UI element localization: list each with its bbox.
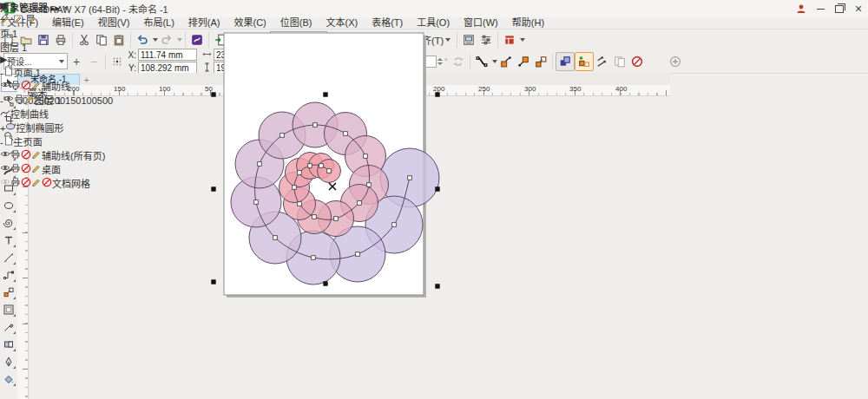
path-node[interactable] xyxy=(364,154,368,159)
selection-handle[interactable] xyxy=(211,186,215,191)
tree-label[interactable]: 文档网格 xyxy=(52,179,90,189)
path-node[interactable] xyxy=(408,176,412,180)
interactive-fill-tool[interactable] xyxy=(1,370,16,387)
curve-icon xyxy=(0,109,10,120)
printer-icon[interactable] xyxy=(14,95,24,106)
path-node[interactable] xyxy=(327,169,332,173)
tree-row-object[interactable]: +控制椭圆形 xyxy=(0,121,105,134)
selection-handle[interactable] xyxy=(435,186,439,191)
coreldraw-window: CorelDRAW X7 (64-Bit) - 未命名 -1 × 文件(F)编辑… xyxy=(0,0,868,399)
tree-row-layer[interactable]: -图层 1 xyxy=(0,93,105,107)
tree-label[interactable]: 控制曲线 xyxy=(10,109,49,120)
tree-row-layer[interactable]: 桌面 xyxy=(0,162,105,176)
minimize-button[interactable] xyxy=(811,2,830,16)
visibility-eye-icon[interactable] xyxy=(3,95,14,106)
tree-label[interactable]: 辅助线(所有页) xyxy=(42,151,105,161)
tree-row-layer[interactable]: 辅助线 xyxy=(0,79,105,93)
palette-flyout-icon[interactable]: ▶ xyxy=(0,0,11,11)
edit-pen-blocked-icon[interactable] xyxy=(31,179,52,189)
tree-row-page[interactable]: -页面 1 xyxy=(0,65,105,79)
tree-row-layer[interactable]: 辅助线(所有页) xyxy=(0,148,105,162)
page-icon xyxy=(3,68,14,78)
customize-plus-button[interactable] xyxy=(667,53,684,70)
edit-pen-icon[interactable] xyxy=(31,151,42,161)
path-node[interactable] xyxy=(254,200,259,205)
tree-label[interactable]: 图层 1 xyxy=(35,95,62,106)
selection-handle[interactable] xyxy=(211,279,215,284)
path-node[interactable] xyxy=(280,134,285,138)
path-node[interactable] xyxy=(334,217,339,221)
path-node[interactable] xyxy=(312,215,317,219)
restore-button[interactable] xyxy=(830,2,849,16)
selection-handle[interactable] xyxy=(435,92,439,96)
color-eyedropper-tool[interactable] xyxy=(1,318,16,335)
transparency-tool[interactable] xyxy=(1,336,16,352)
selection-handle[interactable] xyxy=(211,92,215,96)
path-node[interactable] xyxy=(273,236,278,240)
palette-scroll-up-icon[interactable]: ▲▲ xyxy=(0,22,11,32)
close-button[interactable]: × xyxy=(849,2,868,16)
printer-blocked-icon[interactable] xyxy=(10,179,31,189)
layer-flyout-icon[interactable]: ▶ xyxy=(0,54,7,64)
selection-handle[interactable] xyxy=(323,92,327,96)
palette-eyedropper-icon[interactable] xyxy=(0,11,11,22)
tree-row-page[interactable]: -主页面 xyxy=(0,134,105,148)
visibility-eye-icon[interactable] xyxy=(0,82,10,92)
current-layer-label: 图层 1 xyxy=(0,40,105,54)
tree-label[interactable]: 桌面 xyxy=(42,165,61,175)
path-node[interactable] xyxy=(298,171,302,175)
current-page-label: 页 1 xyxy=(0,26,105,40)
tree-row-object[interactable]: 控制曲线 xyxy=(0,107,105,121)
tree-label[interactable]: 主页面 xyxy=(14,137,43,147)
object-tree: -页面 1辅助线-图层 1控制曲线+控制椭圆形-主页面辅助线(所有页)桌面文档网… xyxy=(0,65,105,190)
visibility-eye-icon[interactable] xyxy=(0,179,10,189)
path-node[interactable] xyxy=(392,223,397,227)
edit-pen-icon[interactable] xyxy=(31,82,42,92)
visibility-eye-icon[interactable] xyxy=(0,151,10,161)
path-node[interactable] xyxy=(319,164,324,168)
path-node[interactable] xyxy=(258,162,262,167)
outline-pen-tool[interactable] xyxy=(1,353,16,370)
docker-collapse-icon[interactable]: ▸▸ xyxy=(50,3,60,13)
path-node[interactable] xyxy=(367,183,372,187)
path-node[interactable] xyxy=(293,186,297,190)
sign-in-icon[interactable] xyxy=(792,2,811,16)
page-icon xyxy=(3,137,14,147)
printer-blocked-icon[interactable] xyxy=(10,82,31,92)
visibility-eye-icon[interactable] xyxy=(0,165,10,175)
selection-handle[interactable] xyxy=(435,284,439,288)
path-node[interactable] xyxy=(313,123,318,128)
current-page-layer: 页 1 图层 1 xyxy=(0,26,105,54)
path-node[interactable] xyxy=(356,252,360,257)
path-node[interactable] xyxy=(358,201,362,206)
docker-close-icon[interactable]: × xyxy=(62,3,68,13)
object-manager-docker: 对象管理器 ▸▸ × 页 1 图层 1 ▶ -页面 1辅助线-图层 1控制曲线+… xyxy=(0,0,105,190)
path-node[interactable] xyxy=(298,202,302,206)
color-palette: ▶ ▲▲ xyxy=(0,0,11,32)
path-node[interactable] xyxy=(312,256,316,260)
selection-handle[interactable] xyxy=(323,281,327,285)
path-node[interactable] xyxy=(344,132,348,136)
printer-blocked-icon[interactable] xyxy=(10,165,31,175)
printer-blocked-icon[interactable] xyxy=(10,151,31,161)
edit-pen-icon[interactable] xyxy=(31,165,42,175)
tree-label[interactable]: 辅助线 xyxy=(42,82,70,92)
edit-pen-icon[interactable] xyxy=(24,95,35,106)
tree-label[interactable]: 页面 1 xyxy=(14,68,41,78)
path-node[interactable] xyxy=(308,164,312,168)
tree-row-layer[interactable]: 文档网格 xyxy=(0,176,105,190)
tree-label[interactable]: 控制椭圆形 xyxy=(16,123,63,134)
ellipse-icon xyxy=(5,123,16,134)
